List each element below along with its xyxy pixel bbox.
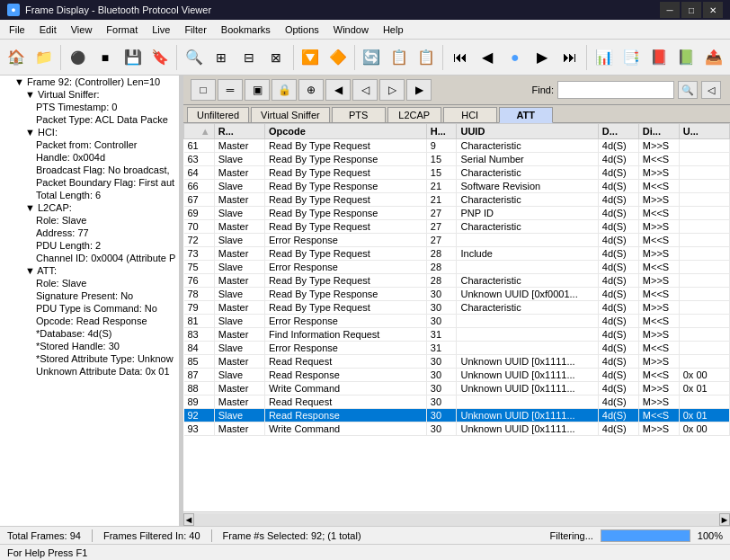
table-row[interactable]: 61MasterRead By Type Request9Characteris… (184, 139, 730, 153)
scroll-right-button[interactable]: ► (719, 513, 730, 526)
table-row[interactable]: 85MasterRead Request30Unknown UUID [0x11… (184, 355, 730, 369)
tree-item[interactable]: Unknown Attribute Data: 0x 01 (0, 365, 179, 378)
proto-btn-2[interactable]: ═ (218, 79, 243, 101)
col-u-header[interactable]: U... (679, 124, 729, 139)
tree-item[interactable]: Opcode: Read Response (0, 315, 179, 327)
open-button[interactable]: 📁 (31, 43, 58, 72)
close-button[interactable]: ✕ (703, 2, 723, 18)
tab-pts[interactable]: PTS (332, 107, 386, 122)
table-row[interactable]: 83MasterFind Information Request314d(S)M… (184, 328, 730, 342)
col-handle-header[interactable]: H... (426, 124, 457, 139)
table-row[interactable]: 70MasterRead By Type Request27Characteri… (184, 220, 730, 234)
tree-item[interactable]: *Database: 4d(S) (0, 327, 179, 340)
filter-button[interactable]: 🔽 (298, 43, 324, 72)
next-button[interactable]: ▶ (530, 43, 556, 72)
tab-hci[interactable]: HCI (443, 107, 497, 122)
proto-magnify[interactable]: ⊕ (298, 79, 324, 101)
tree-item[interactable]: PDU Type is Command: No (0, 302, 179, 315)
table-row[interactable]: 76MasterRead By Type Request28Characteri… (184, 274, 730, 288)
menu-file[interactable]: File (2, 20, 32, 39)
find-search-button[interactable]: 🔍 (678, 81, 698, 99)
proto-fwd[interactable]: ▷ (379, 79, 405, 101)
tab-att[interactable]: ATT (499, 107, 553, 123)
tree-item[interactable]: ▼ ATT: (0, 264, 179, 277)
stats-button[interactable]: 📊 (591, 43, 617, 72)
tree-item[interactable]: Role: Slave (0, 214, 179, 227)
minimize-button[interactable]: ─ (660, 2, 680, 18)
tree-item[interactable]: Packet Type: ACL Data Packe (0, 113, 179, 126)
col-sort[interactable]: ▲ (184, 124, 215, 139)
table-row[interactable]: 84SlaveError Response314d(S)M<<S (184, 342, 730, 355)
prev-button[interactable]: ◀ (475, 43, 501, 72)
tree-item[interactable]: ▼ Virtual Sniffer: (0, 88, 179, 101)
tree-item[interactable]: Handle: 0x004d (0, 151, 179, 164)
table-row[interactable]: 64MasterRead By Type Request15Characteri… (184, 166, 730, 180)
maximize-button[interactable]: □ (681, 2, 701, 18)
table-row[interactable]: 87SlaveRead Response30Unknown UUID [0x11… (184, 369, 730, 382)
scroll-left-button[interactable]: ◄ (183, 513, 194, 526)
horizontal-scrollbar[interactable]: ◄ ► (183, 511, 730, 526)
tree-item[interactable]: PTS Timestamp: 0 (0, 101, 179, 113)
tree-item[interactable]: *Stored Attribute Type: Unknow (0, 352, 179, 365)
doc2-button[interactable]: 📕 (645, 43, 672, 72)
filter-color-button[interactable]: 🔶 (325, 43, 351, 72)
table-row[interactable]: 66SlaveRead By Type Response21Software R… (184, 180, 730, 193)
table-row[interactable]: 69SlaveRead By Type Response27PNP ID4d(S… (184, 207, 730, 220)
menu-edit[interactable]: Edit (32, 20, 64, 39)
tree-item[interactable]: Total Length: 6 (0, 189, 179, 201)
export-button[interactable]: 📤 (701, 43, 727, 72)
menu-window[interactable]: Window (326, 20, 376, 39)
home-button[interactable]: 🏠 (4, 43, 30, 72)
table-row[interactable]: 89MasterRead Request304d(S)M>>S (184, 396, 730, 409)
tab-unfiltered[interactable]: Unfiltered (187, 107, 249, 122)
tree-item[interactable]: Packet from: Controller (0, 138, 179, 151)
proto-btn-3[interactable]: ▣ (245, 79, 270, 101)
search-button[interactable]: 🔍 (181, 43, 207, 72)
table-row[interactable]: 81SlaveError Response304d(S)M<<S (184, 315, 730, 328)
tree-item[interactable]: Address: 77 (0, 227, 179, 239)
paste-button[interactable]: 📋 (414, 43, 440, 72)
col-d-header[interactable]: D... (598, 124, 638, 139)
proto-back[interactable]: ◀ (325, 79, 351, 101)
table-row[interactable]: 67MasterRead By Type Request21Characteri… (184, 193, 730, 207)
proto-back2[interactable]: ◁ (352, 79, 378, 101)
tree-item[interactable]: Broadcast Flag: No broadcast, (0, 164, 179, 176)
minus-button[interactable]: ⊟ (236, 43, 263, 72)
proto-fwd2[interactable]: ▶ (406, 79, 432, 101)
lock-button[interactable]: 🔒 (272, 79, 297, 101)
menu-help[interactable]: Help (376, 20, 411, 39)
doc3-button[interactable]: 📗 (673, 43, 699, 72)
col-uuid-header[interactable]: UUID (457, 124, 598, 139)
find-input[interactable] (557, 81, 674, 99)
play-button[interactable]: ● (503, 43, 529, 72)
table-row[interactable]: 92SlaveRead Response30Unknown UUID [0x11… (184, 409, 730, 422)
table-row[interactable]: 93MasterWrite Command30Unknown UUID [0x1… (184, 422, 730, 436)
col-opcode-header[interactable]: Opcode (264, 124, 426, 139)
tree-item[interactable]: ▼ Frame 92: (Controller) Len=10 (0, 76, 179, 88)
tab-virtual-sniffer[interactable]: Virtual Sniffer (251, 107, 330, 122)
copy-button[interactable]: 📋 (386, 43, 412, 72)
find-prev-button[interactable]: ◁ (701, 81, 721, 99)
bookmark-button[interactable]: 🔖 (147, 43, 174, 72)
table-row[interactable]: 79MasterRead By Type Request30Characteri… (184, 301, 730, 315)
tree-item[interactable]: Signature Present: No (0, 289, 179, 302)
table-row[interactable]: 75SlaveError Response284d(S)M<<S (184, 261, 730, 274)
tab-l2cap[interactable]: L2CAP (387, 107, 441, 122)
tree-item[interactable]: *Stored Handle: 30 (0, 340, 179, 352)
tree-item[interactable]: Role: Slave (0, 277, 179, 289)
save-button[interactable]: 💾 (120, 43, 146, 72)
menu-options[interactable]: Options (278, 20, 326, 39)
menu-bookmarks[interactable]: Bookmarks (214, 20, 278, 39)
col-di-header[interactable]: Di... (638, 124, 679, 139)
menu-filter[interactable]: Filter (177, 20, 213, 39)
table-row[interactable]: 72SlaveError Response274d(S)M<<S (184, 234, 730, 247)
stop-button[interactable]: ■ (93, 43, 119, 72)
tree-item[interactable]: Channel ID: 0x0004 (Attribute P (0, 252, 179, 264)
refresh-button[interactable]: 🔄 (359, 43, 385, 72)
first-button[interactable]: ⏮ (447, 43, 473, 72)
tree-item[interactable]: Packet Boundary Flag: First aut (0, 176, 179, 189)
table-row[interactable]: 78SlaveRead By Type Response30Unknown UU… (184, 288, 730, 301)
col-role-header[interactable]: R... (214, 124, 264, 139)
table-container[interactable]: ▲ R... Opcode H... UUID D... Di... U... … (183, 123, 730, 511)
record-button[interactable]: ⚫ (65, 43, 91, 72)
